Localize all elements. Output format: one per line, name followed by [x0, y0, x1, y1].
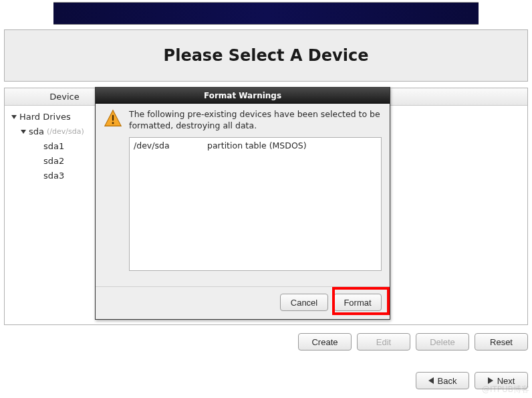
arrow-left-icon	[428, 377, 434, 384]
tree-label: sda2	[43, 154, 64, 169]
reset-button[interactable]: Reset	[475, 333, 528, 351]
warning-icon	[104, 109, 122, 128]
chevron-down-icon	[21, 130, 26, 134]
back-button[interactable]: Back	[416, 372, 469, 389]
list-item: /dev/sda partition table (MSDOS)	[134, 140, 377, 151]
title-panel: Please Select A Device	[4, 29, 528, 82]
arrow-right-icon	[488, 377, 493, 384]
create-button[interactable]: Create	[298, 333, 352, 351]
tree-subtext: (/dev/sda)	[47, 124, 84, 139]
back-label: Back	[438, 376, 457, 386]
page-title: Please Select A Device	[164, 46, 369, 65]
dialog-message: The following pre-existing devices have …	[129, 109, 382, 132]
tree-label: sda	[29, 124, 44, 139]
delete-button: Delete	[416, 333, 469, 351]
list-item-device: /dev/sda	[134, 140, 187, 151]
format-warnings-dialog: Format Warnings The following pre-existi…	[95, 87, 390, 320]
action-button-row: Create Edit Delete Reset	[4, 333, 528, 351]
svg-point-2	[112, 122, 114, 124]
tree-label: sda3	[43, 169, 64, 183]
list-item-desc: partition table (MSDOS)	[207, 140, 307, 151]
top-banner	[53, 2, 479, 25]
chevron-down-icon	[11, 115, 17, 119]
dialog-footer: Cancel Format	[96, 286, 390, 319]
tree-label: sda1	[43, 139, 64, 154]
cancel-button[interactable]: Cancel	[280, 294, 328, 311]
nav-button-row: Back Next	[4, 372, 528, 389]
edit-button: Edit	[357, 333, 410, 351]
watermark: @ITPUB博客	[482, 384, 529, 395]
format-button[interactable]: Format	[334, 294, 382, 311]
svg-rect-1	[112, 115, 114, 121]
tree-label: Hard Drives	[19, 110, 71, 124]
dialog-body: The following pre-existing devices have …	[96, 104, 390, 286]
dialog-device-list[interactable]: /dev/sda partition table (MSDOS)	[129, 137, 382, 271]
dialog-titlebar[interactable]: Format Warnings	[96, 88, 390, 104]
